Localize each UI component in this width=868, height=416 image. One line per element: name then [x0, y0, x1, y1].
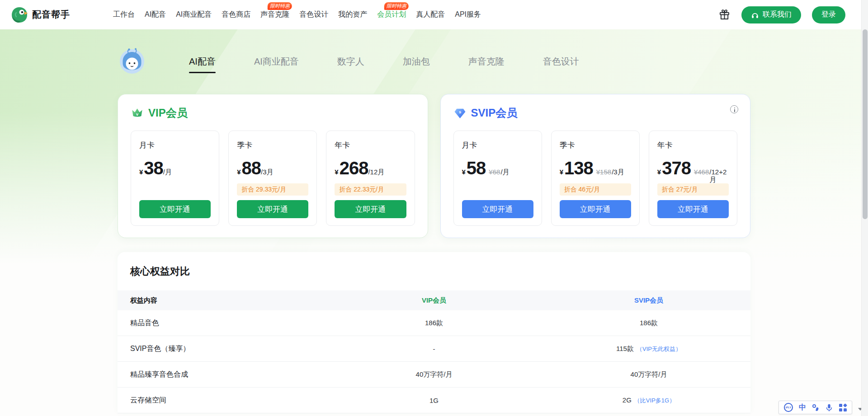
price-amount: 38	[144, 158, 163, 178]
vip-crown-icon: v	[131, 107, 144, 119]
nav-item-label: AI配音	[145, 10, 166, 18]
gift-icon[interactable]	[718, 9, 731, 21]
table-row: SVIP音色（臻享） - 115款（VIP无此权益）	[118, 336, 750, 362]
plan-name: 季卡	[237, 140, 308, 151]
deal-badge: 折合 22.33元/月	[335, 183, 406, 196]
svip-plans: 月卡 ¥ 58 ¥68 /月 立即开通 季卡 ¥	[453, 131, 738, 226]
nav-item-ai-commercial-dubbing[interactable]: AI商业配音	[176, 10, 212, 19]
scrollbar-track[interactable]	[861, 0, 868, 416]
nav-item-voice-clone[interactable]: 限时特惠 声音克隆	[260, 10, 289, 19]
limited-offer-badge: 限时特惠	[268, 2, 292, 10]
subscribe-button[interactable]: 立即开通	[657, 200, 729, 218]
nav-item-voice-design[interactable]: 音色设计	[299, 10, 328, 19]
nav-item-workbench[interactable]: 工作台	[113, 10, 135, 19]
limited-offer-badge: 限时特惠	[384, 2, 409, 10]
svg-text:s: s	[458, 110, 461, 114]
original-price: ¥468	[694, 168, 709, 176]
currency-symbol: ¥	[237, 168, 241, 176]
nav-item-voice-store[interactable]: 音色商店	[222, 10, 250, 19]
tab-digital-human[interactable]: 数字人	[337, 56, 364, 68]
login-label: 登录	[821, 10, 836, 19]
svip-value: 2G（比VIP多1G）	[547, 396, 750, 405]
nav-item-label: API服务	[455, 10, 481, 18]
nav-item-membership-plan[interactable]: 限时特惠 会员计划	[377, 10, 406, 19]
vip-card: v VIP会员 月卡 ¥ 38 /月 立即开通	[118, 94, 428, 238]
nav-item-label: 音色商店	[222, 10, 250, 18]
tab-ai-commercial-dubbing[interactable]: AI商业配音	[254, 56, 299, 68]
parrot-logo-icon	[11, 6, 28, 23]
plan-price: ¥ 38 /月	[139, 158, 211, 178]
pricing-tabs: AI配音 AI商业配音 数字人 加油包 声音克隆 音色设计	[189, 56, 579, 68]
tab-booster-pack[interactable]: 加油包	[403, 56, 430, 68]
vip-card-title: VIP会员	[148, 106, 188, 120]
price-unit: /3月	[261, 168, 274, 177]
login-button[interactable]: 登录	[812, 6, 845, 23]
column-header-vip: VIP会员	[321, 296, 547, 305]
original-price: ¥158	[596, 168, 611, 176]
table-row: 精品臻享音色合成 40万字符/月 40万字符/月	[118, 362, 750, 388]
chinese-mode-icon[interactable]: 中	[799, 404, 806, 411]
plan-name: 年卡	[335, 140, 406, 151]
punctuation-icon[interactable]	[812, 403, 819, 411]
deal-badge: 折合 46元/月	[560, 183, 631, 196]
plan-card-svip-year: 年卡 ¥ 378 ¥468 /12+2月 折合 27元/月 立即开通	[649, 131, 737, 226]
subscribe-button[interactable]: 立即开通	[139, 200, 211, 218]
apps-grid-icon[interactable]	[839, 404, 847, 411]
currency-symbol: ¥	[462, 168, 466, 176]
tab-voice-clone[interactable]: 声音克隆	[468, 56, 505, 68]
microphone-icon[interactable]	[825, 403, 833, 412]
brand-name: 配音帮手	[32, 9, 70, 21]
svip-note[interactable]: （VIP无此权益）	[637, 346, 681, 352]
price-unit: /月	[163, 168, 172, 177]
vip-plans: 月卡 ¥ 38 /月 立即开通 季卡 ¥ 88	[131, 131, 415, 226]
mascot-avatar	[118, 47, 146, 76]
tab-ai-dubbing[interactable]: AI配音	[189, 56, 216, 68]
svip-note[interactable]: （比VIP多1G）	[634, 397, 675, 404]
plan-card-vip-year: 年卡 ¥ 268 /12月 折合 22.33元/月 立即开通	[326, 131, 415, 226]
svip-card-header: s SVIP会员	[453, 106, 738, 120]
vip-value: 1G	[321, 397, 547, 404]
plan-name: 月卡	[139, 140, 211, 151]
subscribe-button[interactable]: 立即开通	[462, 200, 533, 218]
membership-cards-row: v VIP会员 月卡 ¥ 38 /月 立即开通	[118, 94, 750, 238]
plan-card-vip-month: 月卡 ¥ 38 /月 立即开通	[131, 131, 219, 226]
nav-item-label: 工作台	[113, 10, 135, 18]
plan-price: ¥ 88 /3月	[237, 158, 308, 178]
price-amount: 88	[242, 158, 261, 178]
plan-card-vip-quarter: 季卡 ¥ 88 /3月 折合 29.33元/月 立即开通	[228, 131, 317, 226]
nav-item-api-service[interactable]: API服务	[455, 10, 481, 19]
vip-value: -	[321, 345, 547, 353]
tab-voice-design[interactable]: 音色设计	[543, 56, 579, 68]
nav-item-ai-dubbing[interactable]: AI配音	[145, 10, 166, 19]
svip-card-title: SVIP会员	[471, 106, 518, 120]
brand-logo[interactable]: 配音帮手	[11, 6, 70, 23]
table-row: 云存储空间 1G 2G（比VIP多1G）	[118, 388, 750, 413]
plan-name: 月卡	[462, 140, 533, 151]
plan-name: 年卡	[657, 140, 729, 151]
deal-badge	[139, 183, 211, 196]
subscribe-button[interactable]: 立即开通	[560, 200, 631, 218]
svip-card: s SVIP会员 月卡 ¥ 58 ¥68 /月 立即开通	[440, 94, 751, 238]
subscribe-button[interactable]: 立即开通	[237, 200, 308, 218]
price-amount: 378	[662, 158, 691, 178]
subscribe-button[interactable]: 立即开通	[335, 200, 406, 218]
membership-page: 配音帮手 工作台 AI配音 AI商业配音 音色商店 限时特惠 声音克隆 音色设计	[0, 0, 868, 416]
benefits-comparison-section: 核心权益对比 权益内容 VIP会员 SVIP会员 精品音色 186款 186款 …	[118, 252, 750, 413]
info-icon[interactable]	[730, 105, 738, 113]
price-amount: 58	[467, 158, 486, 178]
contact-us-label: 联系我们	[763, 10, 792, 19]
nav-item-human-dubbing[interactable]: 真人配音	[416, 10, 445, 19]
nav-item-my-assets[interactable]: 我的资产	[338, 10, 367, 19]
original-price: ¥68	[489, 168, 500, 176]
contact-us-button[interactable]: 联系我们	[741, 6, 801, 23]
benefit-name: 云存储空间	[118, 396, 321, 405]
table-row: 精品音色 186款 186款	[118, 310, 750, 336]
currency-symbol: ¥	[560, 168, 563, 176]
benefit-name: 精品臻享音色合成	[118, 370, 321, 379]
top-right-actions: 联系我们 登录	[718, 6, 845, 23]
svg-text:v: v	[136, 112, 139, 117]
ifly-logo-icon[interactable]: iFLY	[784, 403, 793, 412]
nav-item-label: 声音克隆	[260, 10, 289, 18]
scrollbar-thumb[interactable]	[863, 29, 868, 219]
vip-card-header: v VIP会员	[131, 106, 415, 120]
